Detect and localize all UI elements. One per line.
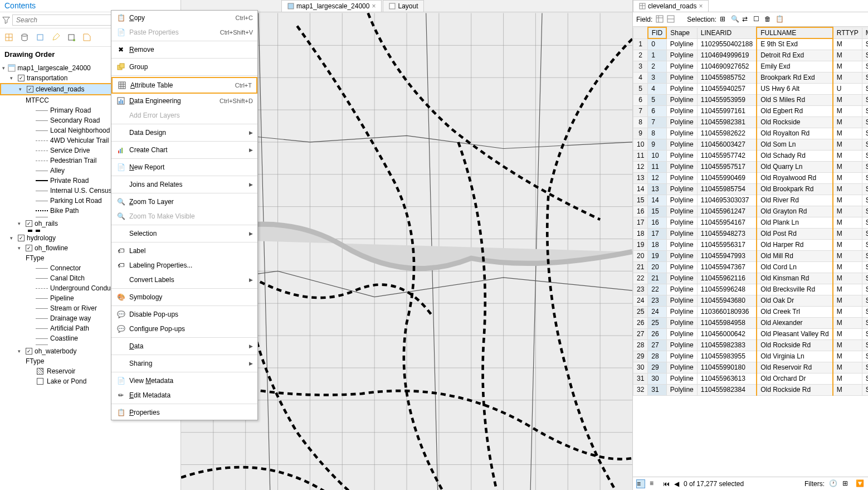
row-header[interactable]: 4 [633,72,648,83]
cell-rttyp[interactable]: M [833,239,862,250]
cell-rttyp[interactable]: M [833,195,862,206]
row-header[interactable]: 3 [633,61,648,72]
cell-fid[interactable]: 12 [648,172,666,183]
cell-shape[interactable]: Polyline [666,284,697,295]
table-row[interactable]: 76Polyline110455997161Old Egbert RdMS140… [633,105,869,117]
cell-mtfcc[interactable]: S1400 [862,228,868,239]
cell-rttyp[interactable]: M [833,306,862,317]
cell-shape[interactable]: Polyline [666,139,697,150]
row-header[interactable]: 11 [633,150,648,161]
list-by-source-icon[interactable] [19,32,30,43]
column-header[interactable]: FULLNAME [757,27,833,38]
cell-shape[interactable]: Polyline [666,105,697,117]
cell-fullname[interactable]: Old Som Ln [757,139,833,150]
table-row[interactable]: 1514Polyline1104695303037Old River RdMS1… [633,195,869,206]
menu-sharing[interactable]: Sharing▶ [111,356,257,371]
cell-rttyp[interactable]: M [833,261,862,273]
cell-fid[interactable]: 1 [648,50,666,61]
menu-group[interactable]: Group [111,60,257,74]
cell-fid[interactable]: 30 [648,373,666,384]
cell-rttyp[interactable]: M [833,183,862,195]
cell-fullname[interactable]: Old Kinsman Rd [757,273,833,284]
cell-fullname[interactable]: Old Brookpark Rd [757,183,833,195]
filter-time-icon[interactable]: 🕐 [829,479,838,488]
delete-selection-icon[interactable]: 🗑 [764,15,773,24]
cell-shape[interactable]: Polyline [666,94,697,105]
cell-linearid[interactable]: 110455943680 [697,295,757,306]
cell-fid[interactable]: 8 [648,128,666,139]
menu-create-chart[interactable]: Create Chart▶ [111,143,257,157]
cell-mtfcc[interactable]: S1400 [862,139,868,150]
menu-convert-labels[interactable]: Convert Labels▶ [111,273,257,287]
cell-mtfcc[interactable]: S1400 [862,373,868,384]
cell-fid[interactable]: 19 [648,250,666,261]
cell-fullname[interactable]: Old Orchard Dr [757,373,833,384]
cell-linearid[interactable]: 110455961247 [697,206,757,217]
cell-fullname[interactable]: Detroit Rd Exd [757,50,833,61]
row-header[interactable]: 12 [633,161,648,172]
checkbox[interactable] [26,348,32,355]
menu-data-engineering[interactable]: Data EngineeringCtrl+Shift+D [111,94,257,108]
cell-shape[interactable]: Polyline [666,250,697,261]
cell-fullname[interactable]: Old Harper Rd [757,239,833,250]
cell-rttyp[interactable]: M [833,295,862,306]
column-header[interactable]: MTFCC [862,27,868,38]
cell-rttyp[interactable]: M [833,139,862,150]
cell-rttyp[interactable]: M [833,72,862,83]
cell-shape[interactable]: Polyline [666,362,697,373]
cell-linearid[interactable]: 110455957517 [697,161,757,172]
cell-mtfcc[interactable]: S1400 [862,61,868,72]
cell-shape[interactable]: Polyline [666,128,697,139]
calculate-field-icon[interactable] [667,15,676,24]
cell-shape[interactable]: Polyline [666,61,697,72]
table-row[interactable]: 1716Polyline110455954167Old Plank LnMS14… [633,217,869,228]
close-icon[interactable]: × [372,2,376,10]
cell-mtfcc[interactable]: S1400 [862,183,868,195]
row-header[interactable]: 32 [633,384,648,395]
column-header[interactable]: FID [648,27,666,38]
row-header[interactable]: 2 [633,50,648,61]
cell-fullname[interactable]: Old Rockside [757,117,833,128]
row-header[interactable]: 29 [633,351,648,362]
cell-rttyp[interactable]: M [833,228,862,239]
cell-mtfcc[interactable]: S1400 [862,161,868,172]
checkbox[interactable] [18,235,25,241]
table-row[interactable]: 1918Polyline110455956317Old Harper RdMS1… [633,239,869,250]
table-row[interactable]: 43Polyline110455985752Brookpark Rd ExdMS… [633,72,869,83]
cell-rttyp[interactable]: M [833,339,862,351]
cell-fid[interactable]: 27 [648,339,666,351]
cell-linearid[interactable]: 1104690927652 [697,61,757,72]
table-row[interactable]: 54Polyline110455940257US Hwy 6 AltUS1200 [633,83,869,94]
cell-rttyp[interactable]: M [833,172,862,183]
cell-mtfcc[interactable]: S1400 [862,195,868,206]
cell-shape[interactable]: Polyline [666,317,697,328]
list-by-labeling-icon[interactable] [81,32,92,43]
cell-fullname[interactable]: Old Oak Dr [757,295,833,306]
cell-mtfcc[interactable]: S1400 [862,284,868,295]
row-header[interactable]: 20 [633,250,648,261]
row-header[interactable]: 22 [633,273,648,284]
cell-mtfcc[interactable]: S1400 [862,295,868,306]
cell-mtfcc[interactable]: S1400 [862,351,868,362]
cell-rttyp[interactable]: U [833,83,862,94]
menu-disable-popups[interactable]: 💬Disable Pop-ups [111,307,257,322]
cell-shape[interactable]: Polyline [666,50,697,61]
cell-rttyp[interactable]: M [833,328,862,339]
cell-rttyp[interactable]: M [833,384,862,395]
cell-rttyp[interactable]: M [833,250,862,261]
cell-linearid[interactable]: 110455990469 [697,172,757,183]
cell-shape[interactable]: Polyline [666,339,697,351]
cell-shape[interactable]: Polyline [666,384,697,395]
cell-shape[interactable]: Polyline [666,217,697,228]
row-header[interactable]: 31 [633,373,648,384]
cell-mtfcc[interactable]: S1400 [862,384,868,395]
cell-mtfcc[interactable]: S1400 [862,72,868,83]
checkbox[interactable] [26,245,32,251]
row-header[interactable]: 7 [633,105,648,117]
cell-linearid[interactable]: 110455956317 [697,239,757,250]
table-row[interactable]: 2221Polyline110455962116Old Kinsman RdMS… [633,273,869,284]
cell-linearid[interactable]: 110455963613 [697,373,757,384]
cell-rttyp[interactable]: M [833,50,862,61]
cell-shape[interactable]: Polyline [666,328,697,339]
cell-rttyp[interactable]: M [833,161,862,172]
